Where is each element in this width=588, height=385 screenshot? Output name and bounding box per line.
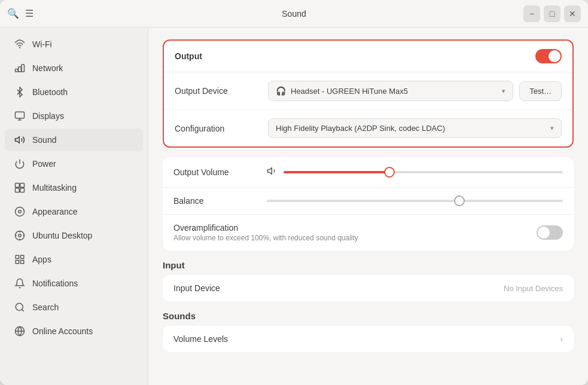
window-title: Sound: [282, 9, 306, 19]
search-nav-icon: [14, 302, 25, 313]
overamp-text: Overamplification Allow volume to exceed…: [173, 223, 537, 242]
svg-rect-2: [19, 67, 22, 72]
configuration-dropdown[interactable]: High Fidelity Playback (A2DP Sink, codec…: [268, 118, 562, 138]
sidebar-item-apps[interactable]: Apps: [5, 248, 143, 271]
overamp-toggle[interactable]: [537, 225, 563, 240]
hamburger-icon: ☰: [25, 8, 33, 19]
svg-rect-24: [21, 261, 24, 264]
balance-row-content: [267, 200, 563, 202]
sidebar-item-search[interactable]: Search: [5, 296, 143, 319]
sidebar-item-label: Search: [32, 302, 59, 312]
sidebar-item-label: Ubuntu Desktop: [32, 231, 92, 240]
svg-point-14: [19, 210, 22, 213]
sidebar-item-wifi[interactable]: Wi-Fi: [5, 33, 143, 56]
overamp-subtitle: Allow volume to exceed 100%, with reduce…: [173, 234, 537, 242]
volume-slider-fill: [284, 171, 389, 173]
output-card-header: Output: [164, 41, 572, 72]
volume-levels-row[interactable]: Volume Levels ›: [163, 326, 574, 352]
overamplification-row: Overamplification Allow volume to exceed…: [163, 215, 574, 250]
output-device-dropdown[interactable]: 🎧 Headset - UGREEN HiTune Max5 ▾: [268, 81, 513, 101]
chevron-right-icon: ›: [560, 334, 563, 344]
sidebar-item-sound[interactable]: Sound: [5, 129, 143, 151]
svg-rect-22: [21, 255, 24, 258]
sidebar-item-label: Power: [32, 159, 56, 169]
svg-rect-1: [16, 69, 19, 72]
svg-rect-9: [16, 184, 20, 188]
configuration-content: High Fidelity Playback (A2DP Sink, codec…: [268, 118, 562, 138]
output-toggle[interactable]: [535, 49, 562, 63]
notifications-icon: [14, 278, 25, 289]
displays-icon: [14, 111, 25, 121]
sidebar-item-label: Appearance: [32, 207, 78, 216]
sidebar-item-label: Multitasking: [32, 183, 77, 192]
svg-rect-11: [16, 188, 20, 192]
balance-label: Balance: [173, 196, 257, 206]
input-section-title: Input: [163, 260, 574, 270]
output-device-row: Output Device 🎧 Headset - UGREEN HiTune …: [164, 72, 572, 110]
volume-slider-thumb[interactable]: [384, 167, 395, 178]
config-dropdown-arrow-icon: ▾: [550, 124, 554, 132]
sound-icon: [14, 135, 25, 145]
online-accounts-icon: [14, 326, 25, 337]
sidebar-item-displays[interactable]: Displays: [5, 105, 143, 127]
sounds-card: Volume Levels ›: [163, 326, 574, 352]
close-button[interactable]: ✕: [564, 5, 581, 22]
window-controls: − □ ✕: [523, 5, 581, 22]
sounds-section-title: Sounds: [163, 311, 574, 321]
svg-rect-3: [22, 65, 25, 72]
configuration-value: High Fidelity Playback (A2DP Sink, codec…: [276, 124, 445, 133]
sidebar-item-appearance[interactable]: Appearance: [5, 200, 143, 223]
sidebar-item-bluetooth[interactable]: Bluetooth: [5, 81, 143, 103]
dropdown-arrow-icon: ▾: [502, 87, 505, 95]
titlebar-left: 🔍 ☰: [7, 8, 33, 19]
content-area: Wi-Fi Network Bluetooth Di: [0, 28, 588, 385]
sidebar-item-power[interactable]: Power: [5, 152, 143, 175]
svg-marker-28: [268, 168, 272, 175]
search-icon: 🔍: [7, 8, 19, 19]
svg-rect-23: [16, 261, 19, 264]
sidebar-item-label: Sound: [32, 135, 56, 145]
svg-rect-21: [16, 255, 19, 258]
sidebar-item-network[interactable]: Network: [5, 57, 143, 80]
svg-rect-10: [20, 184, 25, 188]
network-icon: [14, 63, 25, 74]
volume-slider-track[interactable]: [284, 171, 563, 173]
input-device-row: Input Device No Input Devices: [163, 275, 574, 301]
sidebar-item-notifications[interactable]: Notifications: [5, 272, 143, 295]
headset-icon: 🎧: [276, 86, 286, 96]
output-section-title: Output: [175, 51, 202, 61]
svg-rect-12: [20, 188, 25, 192]
sidebar-item-ubuntu-desktop[interactable]: Ubuntu Desktop: [5, 224, 143, 247]
sidebar-item-label: Displays: [32, 111, 64, 121]
input-device-label: Input Device: [173, 283, 257, 293]
overamp-toggle-knob: [538, 227, 550, 239]
volume-icon: [267, 166, 278, 179]
output-volume-label: Output Volume: [173, 167, 257, 177]
sidebar-item-multitasking[interactable]: Multitasking: [5, 176, 143, 199]
maximize-button[interactable]: □: [544, 5, 560, 22]
titlebar: 🔍 ☰ Sound − □ ✕: [0, 0, 588, 28]
power-icon: [14, 158, 25, 169]
ubuntu-icon: [14, 230, 25, 241]
minimize-button[interactable]: −: [523, 5, 540, 22]
configuration-label: Configuration: [175, 124, 258, 133]
sidebar-item-online-accounts[interactable]: Online Accounts: [5, 320, 143, 343]
output-device-value: Headset - UGREEN HiTune Max5: [291, 87, 408, 96]
sidebar-item-label: Wi-Fi: [32, 39, 52, 49]
svg-point-25: [16, 303, 23, 310]
output-volume-row: Output Volume: [163, 157, 574, 188]
bluetooth-icon: [14, 87, 25, 97]
svg-rect-4: [16, 112, 25, 118]
balance-slider-fill: [267, 200, 459, 202]
input-section-card: Input Device No Input Devices: [163, 275, 574, 301]
sidebar-item-label: Online Accounts: [32, 326, 93, 336]
output-device-content: 🎧 Headset - UGREEN HiTune Max5 ▾ Test…: [268, 81, 562, 101]
test-button[interactable]: Test…: [519, 81, 562, 101]
balance-slider-thumb[interactable]: [454, 195, 465, 206]
overamp-title: Overamplification: [173, 223, 537, 233]
balance-slider-track[interactable]: [267, 200, 563, 202]
svg-marker-7: [16, 137, 20, 143]
main-panel: Output Output Device 🎧 Headset - UGREEN …: [148, 28, 588, 385]
toggle-knob: [549, 50, 560, 62]
sidebar-item-label: Network: [32, 63, 63, 73]
